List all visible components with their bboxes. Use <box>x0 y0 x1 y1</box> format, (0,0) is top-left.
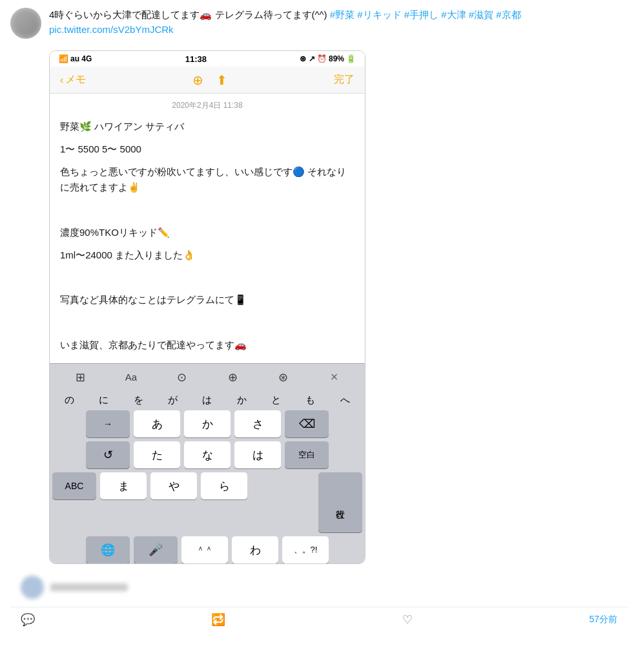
memo-line-2: 1〜 5500 5〜 5000 <box>60 142 355 158</box>
suggestion-row: の に を が は か と も へ <box>50 390 365 408</box>
memo-toolbar-icons: ⊕ ⬆ <box>192 72 227 88</box>
retweet-icon: 🔁 <box>211 613 225 627</box>
suggestion-mo[interactable]: も <box>293 393 327 408</box>
suggestion-ha[interactable]: は <box>190 393 224 408</box>
hashtag-shiga[interactable]: #滋賀 <box>469 9 493 20</box>
tweet-text: 4時ぐらいから大津で配達してます🚗 テレグラム待ってます(^^) #野菜 #リキ… <box>49 8 628 37</box>
key-arrow[interactable]: → <box>86 410 130 437</box>
tweet-footer: 💬 🔁 ♡ 57分前 <box>10 607 628 632</box>
memo-line-5: 1ml〜24000 また入りました👌 <box>60 247 355 264</box>
avatar-image <box>10 8 41 39</box>
memo-spacer-3 <box>60 315 355 331</box>
keyboard-row-1: → あ か さ ⌫ <box>50 410 365 437</box>
hashtag-otsu[interactable]: #大津 <box>441 9 466 20</box>
memo-line-3: 色ちょっと悪いですが粉吹いてますし、いい感じです🔵 それなりに売れてますよ✌️ <box>60 164 355 196</box>
hashtag-teoshi[interactable]: #手押し <box>404 9 438 20</box>
suggestion-no[interactable]: の <box>52 393 87 408</box>
memo-spacer-2 <box>60 269 355 286</box>
plus-toolbar-icon[interactable]: ⊕ <box>220 368 245 387</box>
status-right: ⊛ ↗ ⏰ 89% 🔋 <box>300 54 356 63</box>
font-toolbar-icon[interactable]: Aa <box>118 368 144 387</box>
back-chevron-icon: ‹ <box>60 74 63 86</box>
key-space[interactable]: 空白 <box>285 441 329 468</box>
signal-icon: 📶 <box>59 54 68 63</box>
close-toolbar-icon[interactable]: × <box>322 368 347 387</box>
memo-done-button[interactable]: 完了 <box>334 73 355 87</box>
key-mic[interactable]: 🎤 <box>134 536 178 563</box>
memo-line-6: 写真など具体的なことはテレグラムにて📱 <box>60 292 355 308</box>
memo-line-4: 濃度90%TKOリキッド✏️ <box>60 225 355 241</box>
tweet-time: 57分前 <box>589 614 617 625</box>
check-toolbar-icon[interactable]: ⊙ <box>169 368 195 387</box>
key-ya[interactable]: や <box>150 472 197 499</box>
key-sa[interactable]: さ <box>234 410 281 437</box>
battery-label: 89% <box>329 54 344 63</box>
phone-mockup: 📶 au 4G 11:38 ⊛ ↗ ⏰ 89% 🔋 ‹ メモ ⊕ ⬆ 完了 <box>49 50 365 564</box>
memo-line-1: 野菜🌿 ハワイアン サティバ <box>60 119 355 135</box>
blurred-name <box>50 583 128 591</box>
keyboard-row-2: ↺ た な は 空白 <box>50 441 365 468</box>
battery-icon: 🔋 <box>346 54 356 63</box>
key-na[interactable]: な <box>184 441 231 468</box>
memo-body: 野菜🌿 ハワイアン サティバ 1〜 5500 5〜 5000 色ちょっと悪いです… <box>60 119 355 353</box>
memo-date: 2020年2月4日 11:38 <box>60 100 355 111</box>
like-icon: ♡ <box>402 613 413 627</box>
suggestion-ni[interactable]: に <box>87 393 121 408</box>
suggestion-ka[interactable]: か <box>225 393 259 408</box>
back-label: メモ <box>65 73 86 87</box>
key-a[interactable]: あ <box>134 410 180 437</box>
key-ma[interactable]: ま <box>100 472 147 499</box>
key-wa[interactable]: わ <box>232 536 278 563</box>
retweet-action[interactable]: 🔁 <box>211 613 225 627</box>
key-ka[interactable]: か <box>184 410 231 437</box>
tweet-bottom-profile <box>10 571 628 604</box>
suggestion-ga[interactable]: が <box>156 393 190 408</box>
key-ha[interactable]: は <box>234 441 281 468</box>
key-undo[interactable]: ↺ <box>86 441 130 468</box>
comment-action[interactable]: 💬 <box>21 613 35 627</box>
tweet-header: 4時ぐらいから大津で配達してます🚗 テレグラム待ってます(^^) #野菜 #リキ… <box>10 8 628 39</box>
arrow-toolbar-icon[interactable]: ⊛ <box>271 368 296 387</box>
status-left: 📶 au 4G <box>59 54 92 63</box>
hashtag-liquid[interactable]: #リキッド <box>357 9 401 20</box>
tweet-container: 4時ぐらいから大津で配達してます🚗 テレグラム待ってます(^^) #野菜 #リキ… <box>0 0 638 632</box>
carrier-label: au 4G <box>70 54 92 63</box>
key-ra[interactable]: ら <box>201 472 247 499</box>
memo-line-7: いま滋賀、京都あたりで配達やってます🚗 <box>60 337 355 353</box>
status-bar: 📶 au 4G 11:38 ⊛ ↗ ⏰ 89% 🔋 <box>50 51 365 67</box>
key-globe[interactable]: 🌐 <box>86 536 130 563</box>
keyboard-row-4: 🌐 🎤 ＾＾ わ 、。?! <box>50 536 365 563</box>
status-time: 11:38 <box>185 54 207 64</box>
key-ta[interactable]: た <box>134 441 180 468</box>
keyboard-row-3-keys: ABC ま や ら <box>52 472 314 532</box>
memo-back-button[interactable]: ‹ メモ <box>60 73 86 87</box>
like-action[interactable]: ♡ <box>402 613 413 627</box>
avatar <box>10 8 41 39</box>
memo-topbar: ‹ メモ ⊕ ⬆ 完了 <box>50 67 365 94</box>
memo-content: 2020年2月4日 11:38 野菜🌿 ハワイアン サティバ 1〜 5500 5… <box>50 94 365 363</box>
suggestion-to[interactable]: と <box>259 393 293 408</box>
blurred-avatar <box>21 576 44 599</box>
keyboard-toolbar: ⊞ Aa ⊙ ⊕ ⊛ × <box>50 363 365 390</box>
grid-toolbar-icon[interactable]: ⊞ <box>67 368 93 387</box>
share-icon[interactable]: ⬆ <box>216 72 227 88</box>
key-caret[interactable]: ＾＾ <box>181 536 228 563</box>
suggestion-wo[interactable]: を <box>121 393 156 408</box>
keyboard-row-3-wrapper: ABC ま や ら 改行 <box>50 472 365 532</box>
key-enter[interactable]: 改行 <box>318 472 362 532</box>
tweet-link[interactable]: pic.twitter.com/sV2bYmJCRk <box>49 24 174 35</box>
tweet-body-text: 4時ぐらいから大津で配達してます🚗 テレグラム待ってます(^^) <box>49 9 330 20</box>
hashtag-kyoto[interactable]: #京都 <box>496 9 520 20</box>
add-person-icon[interactable]: ⊕ <box>192 72 203 88</box>
key-abc[interactable]: ABC <box>52 472 96 499</box>
keyboard: の に を が は か と も へ → あ か さ ⌫ ↺ た <box>50 390 365 563</box>
key-punct[interactable]: 、。?! <box>282 536 329 563</box>
memo-spacer-1 <box>60 202 355 218</box>
hashtag-yasai[interactable]: #野菜 <box>330 9 355 20</box>
suggestion-he[interactable]: へ <box>328 393 362 408</box>
comment-icon: 💬 <box>21 613 35 627</box>
key-delete[interactable]: ⌫ <box>285 410 329 437</box>
wifi-icon: ⊛ ↗ ⏰ <box>300 54 327 63</box>
